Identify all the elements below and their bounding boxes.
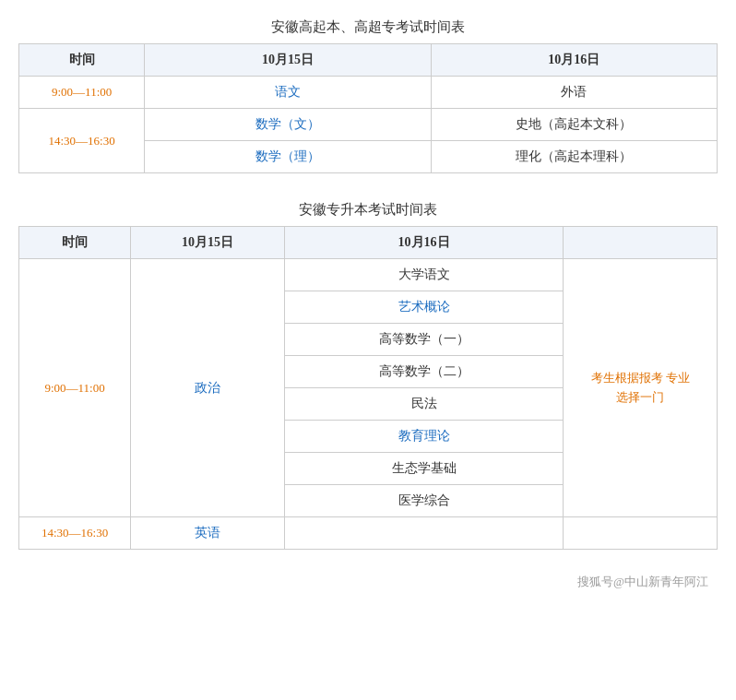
table2-col2-english: 英语 — [131, 517, 285, 550]
table2-col3-item6: 教育理论 — [284, 421, 564, 453]
table1-col2-3: 数学（理） — [145, 141, 431, 173]
table2-col3-item1: 大学语文 — [284, 259, 564, 291]
table2-title: 安徽专升本考试时间表 — [18, 192, 718, 226]
table1-header-oct15: 10月15日 — [145, 44, 431, 77]
table1-col3-3: 理化（高起本理科） — [431, 141, 717, 173]
section-table1: 安徽高起本、高超专考试时间表 时间 10月15日 10月16日 9:00—11:… — [18, 9, 718, 173]
table2-col3-item5: 民法 — [284, 388, 564, 421]
table2-header-time: 时间 — [19, 227, 131, 259]
table1-title: 安徽高起本、高超专考试时间表 — [18, 9, 718, 43]
table2: 时间 10月15日 10月16日 9:00—11:00 政治 大学语文 考生根据… — [18, 226, 718, 550]
table2-header-oct15: 10月15日 — [131, 227, 285, 259]
section-table2: 安徽专升本考试时间表 时间 10月15日 10月16日 9:00—11:00 政… — [18, 192, 718, 550]
table1-header-row: 时间 10月15日 10月16日 — [19, 44, 718, 77]
table1-time-2: 14:30—16:30 — [19, 109, 145, 173]
table1-header-time: 时间 — [19, 44, 145, 77]
table1-col3-2: 史地（高起本文科） — [431, 109, 717, 141]
table2-col3-item4: 高等数学（二） — [284, 356, 564, 388]
table2-header-row: 时间 10月15日 10月16日 — [19, 227, 718, 259]
table2-header-note — [564, 227, 718, 259]
table1-row-1: 9:00—11:00 语文 外语 — [19, 77, 718, 109]
table2-header-oct16: 10月16日 — [284, 227, 564, 259]
table1-time-1: 9:00—11:00 — [19, 77, 145, 109]
table2-col3-item2: 艺术概论 — [284, 291, 564, 324]
table1-col3-1: 外语 — [431, 77, 717, 109]
table2-col3-item3: 高等数学（一） — [284, 324, 564, 356]
watermark: 搜狐号@中山新青年阿江 — [18, 568, 718, 590]
table2-col4-note: 考生根据报考 专业选择一门 — [564, 259, 718, 517]
table2-time-2: 14:30—16:30 — [19, 517, 131, 550]
table2-col4-empty — [564, 517, 718, 550]
table1: 时间 10月15日 10月16日 9:00—11:00 语文 外语 14:30—… — [18, 43, 718, 173]
table1-col2-1: 语文 — [145, 77, 431, 109]
table2-col3-empty — [284, 517, 564, 550]
table2-col3-item8: 医学综合 — [284, 485, 564, 517]
table2-row-subj1: 9:00—11:00 政治 大学语文 考生根据报考 专业选择一门 — [19, 259, 718, 291]
table1-header-oct16: 10月16日 — [431, 44, 717, 77]
table1-col2-2: 数学（文） — [145, 109, 431, 141]
table2-col2-politics: 政治 — [131, 259, 285, 517]
table2-row-afternoon: 14:30—16:30 英语 — [19, 517, 718, 550]
table2-time-1: 9:00—11:00 — [19, 259, 131, 517]
table1-row-2: 14:30—16:30 数学（文） 史地（高起本文科） — [19, 109, 718, 141]
table2-col3-item7: 生态学基础 — [284, 453, 564, 485]
